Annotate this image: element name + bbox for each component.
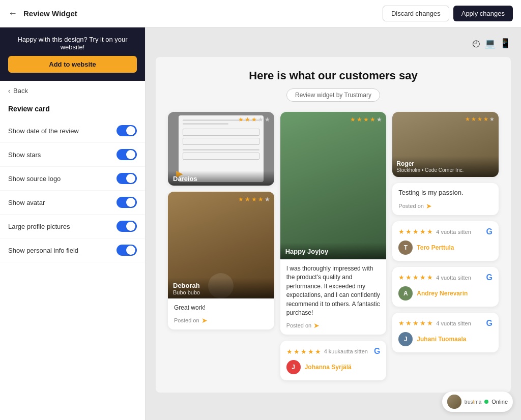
online-indicator [484,400,488,404]
stars-overlay: ★ ★ ★ ★ ★ [350,116,382,123]
toggle-show-personal-info[interactable] [117,245,137,256]
sidebar-options: Show date of the review Show stars Show … [0,119,145,262]
stars-time: ★ ★ ★ ★ ★ 4 vuotta sitten [398,274,471,281]
card-text: Testing is my passion. [398,188,493,198]
column-1: ★ ★ ★ ★ ★ ► Dareios [168,112,274,380]
toggle-show-stars[interactable] [117,149,137,160]
online-text: Online [491,399,508,405]
online-badge[interactable]: trustma Online [442,392,513,412]
option-show-personal-info: Show personal info field [0,238,145,262]
card-body: Great work! Posted on ➤ [168,298,274,329]
review-time: 4 vuotta sitten [436,320,471,326]
card-user: J Juhani Tuomaala [398,332,493,346]
google-logo: G [486,319,493,328]
sidebar-promo: Happy with this design? Try it on your w… [0,27,145,81]
reviewer-name: Dareios [173,175,269,183]
stars-overlay: ★ ★ ★ ★ ★ [465,116,495,123]
desktop-icon[interactable]: ◴ [472,38,480,49]
posted-label: Posted on [286,322,312,328]
card-top: ★ ★ ★ ★ ★ 4 vuotta sitten G [398,273,493,282]
chevron-left-icon: ‹ [8,87,10,95]
toggle-show-avatar[interactable] [117,197,137,208]
card-text: Great work! [174,304,268,312]
google-logo: G [374,347,380,356]
star-3: ★ [251,196,257,203]
user-avatar: J [398,332,413,346]
reviewer-name: Roger [396,160,495,167]
posted-label: Posted on [398,203,424,209]
google-logo: G [486,273,493,282]
option-show-date: Show date of the review [0,119,145,143]
option-label: Show date of the review [8,127,79,135]
back-button[interactable]: ‹ Back [8,87,137,95]
app-header: ← Review Widget Discard changes Apply ch… [0,0,521,27]
user-name[interactable]: Juhani Tuomaala [417,336,466,343]
stars-time: ★ ★ ★ ★ ★ 4 vuotta sitten [398,319,471,327]
user-name[interactable]: Johanna Syrjälä [305,364,352,371]
toggle-show-source-logo[interactable] [117,173,137,184]
card-testing: Testing is my passion. Posted on ➤ [392,183,499,215]
header-actions: Discard changes Apply changes [383,6,513,21]
widget-title: Here is what our customers say [168,69,499,82]
star-1: ★ [238,116,244,123]
promo-text: Happy with this design? Try it on your w… [8,36,137,51]
option-label: Show avatar [8,199,45,206]
device-icons: ◴ 💻 📱 [156,38,511,49]
add-to-website-button[interactable]: Add to website [8,56,137,73]
discard-button[interactable]: Discard changes [383,6,449,21]
stars-row: ★ ★ ★ ★ ★ [398,319,433,327]
posted-on: Posted on ➤ [398,202,493,210]
star-2: ★ [245,116,250,123]
cards-grid: ★ ★ ★ ★ ★ ► Dareios [168,112,499,380]
section-title: Review card [0,101,145,119]
user-name[interactable]: Andrey Nerevarin [417,290,468,297]
stars-row: ★ ★ ★ ★ ★ [398,228,433,235]
card-user: T Tero Perttula [398,241,493,255]
back-label: Back [13,87,28,95]
page-title: Review Widget [23,9,77,18]
card-overlay: Dareios [168,171,274,186]
card-body: I was thoroughly impressed with the prod… [280,259,387,335]
star-3: ★ [251,116,257,123]
source-icon: ➤ [426,202,432,210]
card-overlay: Deborah Bubo bubo [168,278,274,298]
option-label: Large profile pictures [8,223,70,230]
back-icon[interactable]: ← [8,8,17,19]
stars-row: ★ ★ ★ ★ ★ [398,274,433,281]
reviewer-name: Happy Joyjoy [285,248,382,255]
support-avatar [447,395,461,409]
mobile-icon[interactable]: 📱 [500,38,511,49]
toggle-show-date[interactable] [117,125,137,136]
stars-time: ★ ★ ★ ★ ★ 4 kuukautta sitten [286,348,368,355]
posted-on: Posted on ➤ [174,316,268,324]
card-happyjoyjoy: Happy Joyjoy ★ ★ ★ ★ ★ I was thorou [280,112,387,335]
card-top: ★ ★ ★ ★ ★ 4 kuukautta sitten G [286,347,381,356]
source-icon: ➤ [201,316,208,324]
card-text: I was thoroughly impressed with the prod… [286,264,381,317]
option-label: Show source logo [8,175,61,183]
column-2: Happy Joyjoy ★ ★ ★ ★ ★ I was thorou [280,112,387,380]
user-avatar: T [398,241,413,255]
card-andrey: ★ ★ ★ ★ ★ 4 vuotta sitten G [392,267,499,307]
option-large-profile: Large profile pictures [0,215,145,238]
apply-button[interactable]: Apply changes [453,6,513,21]
review-time: 4 vuotta sitten [436,275,471,281]
toggle-large-profile[interactable] [117,221,137,232]
review-time: 4 vuotta sitten [436,229,471,235]
tablet-icon[interactable]: 💻 [484,38,496,49]
card-tero: ★ ★ ★ ★ ★ 4 vuotta sitten G [392,221,499,261]
widget-preview: Here is what our customers say Review wi… [156,57,511,393]
user-name[interactable]: Tero Perttula [417,244,454,251]
main-preview: ◴ 💻 📱 Here is what our customers say Rev… [146,27,521,420]
reviewer-sub: Bubo bubo [173,289,269,295]
badge-label: Review widget by Trustmary [286,88,380,102]
sidebar: Happy with this design? Try it on your w… [0,27,146,420]
star-5: ★ [265,196,270,203]
option-show-stars: Show stars [0,143,145,167]
stars-time: ★ ★ ★ ★ ★ 4 vuotta sitten [398,228,471,235]
user-avatar: A [398,286,413,301]
posted-on: Posted on ➤ [286,321,381,329]
card-body: Testing is my passion. Posted on ➤ [392,183,499,215]
reviewer-name: Deborah [173,282,269,289]
stars-row: ★ ★ ★ ★ ★ [286,348,321,355]
